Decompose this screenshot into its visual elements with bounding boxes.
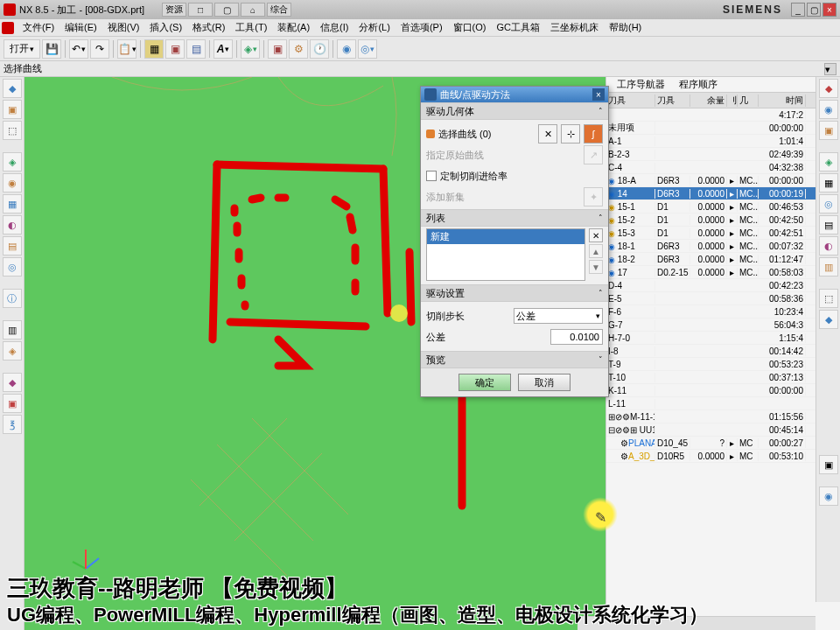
ltool-11-icon[interactable]: ◈ xyxy=(3,341,22,360)
add-point-button[interactable]: ⊹ xyxy=(561,124,580,144)
dialog-close-button[interactable]: × xyxy=(592,88,605,101)
ltool-10-icon[interactable]: ▥ xyxy=(3,320,22,340)
ltool-13-icon[interactable]: ▣ xyxy=(3,394,22,413)
dialog-title-bar[interactable]: 曲线/点驱动方法 × xyxy=(421,87,608,102)
ltool-6-icon[interactable]: ▦ xyxy=(3,194,22,214)
section-drive-geometry[interactable]: 驱动几何体 ˄ xyxy=(421,102,608,120)
ok-button[interactable]: 确定 xyxy=(458,374,511,391)
title-tool-2[interactable]: □ xyxy=(188,3,213,17)
menu-gctools[interactable]: GC工具箱 xyxy=(491,21,545,34)
rtool-6-icon[interactable]: ◎ xyxy=(819,194,838,214)
menu-info[interactable]: 信息(I) xyxy=(315,21,354,34)
specify-origin-button[interactable]: ↗ xyxy=(584,145,603,164)
list-remove-button[interactable]: ✕ xyxy=(589,228,603,242)
section-preview[interactable]: 预览 ˅ xyxy=(421,351,608,368)
tree-row[interactable]: ⊞⊘⚙M-11-1201:15:56 xyxy=(606,410,840,424)
list-down-button[interactable]: ▼ xyxy=(589,260,603,274)
operation-row[interactable]: H-7-01:15:4 xyxy=(606,332,840,345)
operation-row[interactable]: ◉ 18-AD6R30.0000▸MC..00:00:00 xyxy=(606,174,840,187)
operation-row[interactable]: T-1000:37:13 xyxy=(606,371,840,384)
drive-sets-listbox[interactable]: 新建 xyxy=(426,228,585,281)
tree-row[interactable]: ⊟⊘⚙⊞ UU100:45:14 xyxy=(606,424,840,437)
tool-font-icon[interactable]: A▾ xyxy=(214,39,233,59)
menu-help[interactable]: 帮助(H) xyxy=(604,21,647,34)
operation-row[interactable]: E-500:58:36 xyxy=(606,292,840,305)
rtool-4-icon[interactable]: ◈ xyxy=(819,152,838,172)
list-item-new[interactable]: 新建 xyxy=(427,229,584,244)
dialog-pin-icon[interactable] xyxy=(424,88,437,101)
cut-step-select[interactable]: 公差▾ xyxy=(514,308,603,324)
operation-row[interactable]: ◉ 17D0.2-150.0000▸MC..00:58:03 xyxy=(606,266,840,279)
tool-sphere-icon[interactable]: ◉ xyxy=(337,39,356,59)
operation-row[interactable]: D-400:42:23 xyxy=(606,279,840,292)
rtool-5-icon[interactable]: ▦ xyxy=(819,173,838,192)
col-tool[interactable]: 刀具 xyxy=(606,94,655,107)
cancel-button[interactable]: 取消 xyxy=(518,374,570,391)
rtool-13-icon[interactable]: ◉ xyxy=(819,486,838,506)
menu-assembly[interactable]: 装配(A) xyxy=(272,21,315,34)
tool-ring-icon[interactable]: ◎▾ xyxy=(358,39,377,59)
col-remain[interactable]: 余量 xyxy=(690,94,727,107)
menu-analysis[interactable]: 分析(L) xyxy=(354,21,395,34)
rtool-2-icon[interactable]: ◉ xyxy=(819,100,838,119)
tree-row[interactable]: ⚙PLANAR_M...D10_45?▸MC00:00:27 xyxy=(606,437,840,450)
list-up-button[interactable]: ▲ xyxy=(589,244,603,258)
ltool-14-icon[interactable]: ℥ xyxy=(3,415,22,434)
minimize-button[interactable]: _ xyxy=(791,3,805,17)
tool-box3-icon[interactable]: ▤ xyxy=(186,39,206,59)
operation-row[interactable]: L-11 xyxy=(606,397,840,410)
section-drive-settings[interactable]: 驱动设置 ˄ xyxy=(421,284,608,302)
operation-row[interactable]: ◉ 14D6R30.0000▸MC..00:00:19 xyxy=(606,187,840,200)
rtool-11-icon[interactable]: ◆ xyxy=(819,310,838,329)
operation-row[interactable]: K-1100:00:00 xyxy=(606,384,840,397)
title-tool-3[interactable]: ▢ xyxy=(214,3,239,17)
menu-tools[interactable]: 工具(T) xyxy=(230,21,272,34)
operation-row[interactable]: I-800:14:42 xyxy=(606,345,840,358)
nav-tab-operations[interactable]: 工序导航器 xyxy=(610,78,672,91)
tree-row[interactable]: ⚙A_3D_COPYD10R50.0000▸MC00:53:10 xyxy=(606,450,840,463)
close-button[interactable]: × xyxy=(822,3,836,17)
col-tool2[interactable]: 刀具 xyxy=(655,94,690,107)
col-ic[interactable]: 刂 xyxy=(727,94,738,107)
ltool-9-icon[interactable]: ◎ xyxy=(3,257,22,276)
clear-selection-button[interactable]: ✕ xyxy=(538,124,557,144)
operation-row[interactable]: ◉ 18-2D6R30.0000▸MC..01:12:47 xyxy=(606,253,840,266)
rtool-10-icon[interactable]: ⬚ xyxy=(819,289,838,308)
tool-clock-icon[interactable]: 🕐 xyxy=(310,39,329,59)
nav-tab-program-order[interactable]: 程序顺序 xyxy=(672,78,724,91)
operation-row[interactable]: ◉ 18-1D6R30.0000▸MC..00:07:32 xyxy=(606,240,840,253)
col-mc[interactable]: 几 xyxy=(738,94,759,107)
operation-row[interactable]: ◉ 15-1D10.0000▸MC..00:46:53 xyxy=(606,200,840,214)
title-tool-5[interactable]: 综合 xyxy=(267,3,291,17)
ltool-7-icon[interactable]: ◐ xyxy=(3,215,22,234)
title-tool-4[interactable]: ⌂ xyxy=(241,3,265,17)
custom-feed-checkbox[interactable] xyxy=(426,171,437,181)
ltool-info-icon[interactable]: ⓘ xyxy=(3,289,22,308)
menu-edit[interactable]: 编辑(E) xyxy=(60,21,102,34)
tool-gear-icon[interactable]: ⚙ xyxy=(289,39,308,59)
add-new-set-button[interactable]: ✦ xyxy=(584,187,603,206)
menu-view[interactable]: 视图(V) xyxy=(102,21,145,34)
menu-format[interactable]: 格式(R) xyxy=(187,21,230,34)
rtool-7-icon[interactable]: ▤ xyxy=(819,215,838,234)
rtool-1-icon[interactable]: ◆ xyxy=(819,79,838,98)
menu-window[interactable]: 窗口(O) xyxy=(448,21,492,34)
tolerance-input[interactable] xyxy=(550,329,603,345)
ltool-12-icon[interactable]: ◆ xyxy=(3,373,22,392)
title-tool-1[interactable]: 资源 xyxy=(162,3,186,17)
ltool-4-icon[interactable]: ◈ xyxy=(3,152,22,172)
tool-copy-icon[interactable]: 📋▾ xyxy=(117,39,136,59)
tool-redo-icon[interactable]: ↷ xyxy=(90,39,109,59)
col-time[interactable]: 时间 xyxy=(759,94,806,107)
operation-row[interactable]: F-610:23:4 xyxy=(606,305,840,318)
operation-row[interactable]: 未用项00:00:00 xyxy=(606,122,840,135)
rtool-8-icon[interactable]: ◐ xyxy=(819,236,838,256)
tool-save-icon[interactable]: 💾 xyxy=(42,39,61,59)
ltool-3-icon[interactable]: ⬚ xyxy=(3,121,22,140)
menu-file[interactable]: 文件(F) xyxy=(18,21,60,34)
operation-row[interactable]: G-756:04:3 xyxy=(606,318,840,332)
menu-cmm[interactable]: 三坐标机床 xyxy=(545,21,604,34)
rtool-3-icon[interactable]: ▣ xyxy=(819,121,838,140)
open-button[interactable]: 打开▾ xyxy=(4,39,40,59)
menu-insert[interactable]: 插入(S) xyxy=(144,21,187,34)
